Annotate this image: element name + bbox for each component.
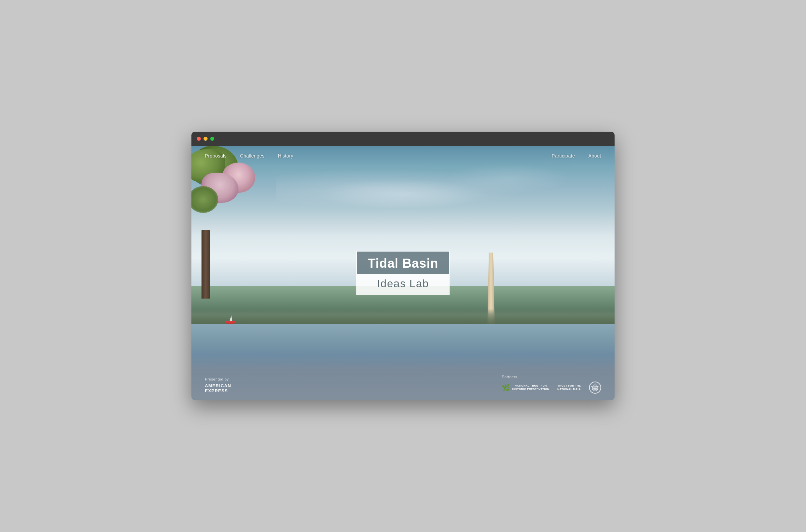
cloud-3: [445, 164, 572, 194]
boat-hull: [225, 321, 235, 324]
national-trust-text: National Trust for Historic Preservation: [512, 384, 550, 391]
title-box: Tidal Basin Ideas Lab: [356, 251, 450, 295]
title-line-2: Ideas Lab: [357, 274, 449, 294]
leaf-cluster: [191, 186, 218, 213]
footer-partners-section: Partners 🌿 National Trust for Historic P…: [502, 375, 601, 394]
partner-nps: NATIONAL PARK SERVICE: [589, 382, 601, 394]
nps-badge: NATIONAL PARK SERVICE: [589, 382, 601, 394]
presented-by-label: Presented by: [205, 377, 231, 381]
navigation: Proposals Challenges History Participate…: [191, 146, 615, 166]
nav-item-history[interactable]: History: [278, 153, 293, 158]
boat-sail: [229, 316, 232, 321]
partner-national-trust: 🌿 National Trust for Historic Preservati…: [502, 383, 550, 392]
browser-window: Proposals Challenges History Participate…: [191, 132, 615, 400]
boat: [225, 321, 235, 324]
partner-national-mall: TRUST FOR THE NATIONAL MALL: [557, 384, 581, 391]
browser-chrome: [191, 132, 615, 146]
nav-item-participate[interactable]: Participate: [552, 153, 575, 158]
nps-badge-icon: NATIONAL PARK SERVICE: [590, 383, 600, 392]
nav-item-proposals[interactable]: Proposals: [205, 153, 227, 158]
partners-logos: 🌿 National Trust for Historic Preservati…: [502, 382, 601, 394]
hero-title-container: Tidal Basin Ideas Lab: [356, 251, 450, 295]
minimize-button[interactable]: [204, 137, 208, 141]
tree-decoration: [191, 146, 258, 299]
traffic-lights: [197, 137, 214, 141]
svg-text:SERVICE: SERVICE: [592, 389, 598, 391]
maximize-button[interactable]: [210, 137, 214, 141]
nav-item-challenges[interactable]: Challenges: [240, 153, 265, 158]
national-trust-icon: 🌿: [502, 383, 510, 392]
amex-logo: AMERICANEXPRESS: [205, 383, 231, 394]
nav-item-about[interactable]: About: [588, 153, 601, 158]
footer: Presented by AMERICANEXPRESS Partners 🌿 …: [191, 369, 615, 400]
nav-right: Participate About: [552, 153, 601, 158]
tree-trunk: [202, 230, 210, 299]
title-line-1: Tidal Basin: [357, 251, 449, 274]
nav-left: Proposals Challenges History: [205, 153, 293, 158]
page-content: Proposals Challenges History Participate…: [191, 146, 615, 400]
national-mall-text: TRUST FOR THE NATIONAL MALL: [557, 384, 581, 391]
footer-presenter-section: Presented by AMERICANEXPRESS: [205, 377, 231, 394]
partners-label: Partners: [502, 375, 517, 379]
close-button[interactable]: [197, 137, 201, 141]
